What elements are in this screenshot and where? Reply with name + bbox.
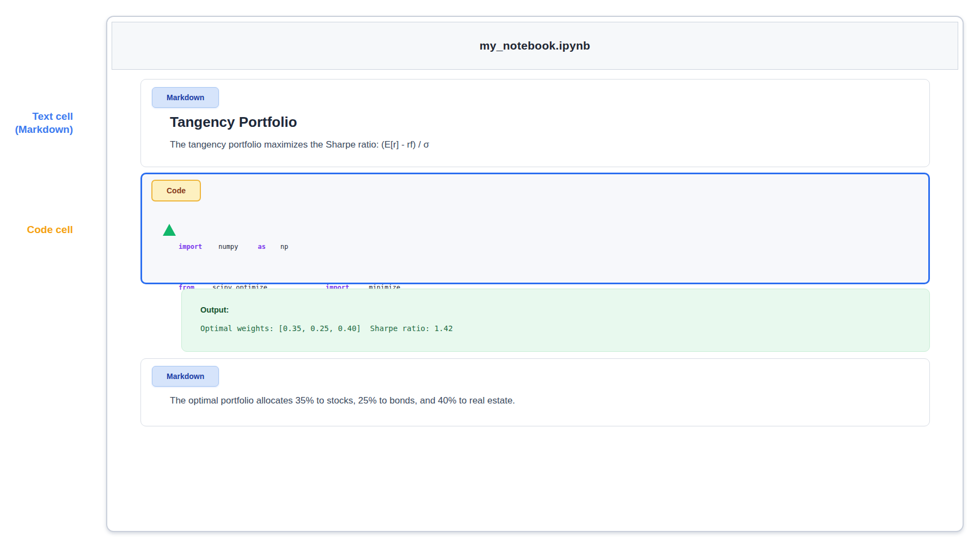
code-line-1: importnumpyasnp xyxy=(179,240,400,254)
keyword-as: as xyxy=(258,243,265,250)
markdown-paragraph: The optimal portfolio allocates 35% to s… xyxy=(170,395,515,407)
notebook-window: my_notebook.ipynb Markdown Tangency Port… xyxy=(106,16,964,532)
markdown-badge[interactable]: Markdown xyxy=(152,366,219,387)
markdown-cell-1[interactable]: Markdown Tangency Portfolio The tangency… xyxy=(140,79,930,167)
code-token: numpy xyxy=(218,243,238,250)
markdown-heading: Tangency Portfolio xyxy=(170,113,297,131)
keyword-import: import xyxy=(179,243,202,250)
notebook-title: my_notebook.ipynb xyxy=(480,39,590,52)
markdown-badge[interactable]: Markdown xyxy=(152,87,219,108)
output-label: Output: xyxy=(200,305,229,314)
markdown-cell-2[interactable]: Markdown The optimal portfolio allocates… xyxy=(140,358,930,426)
annotation-text-cell-line1: Text cell xyxy=(0,110,73,123)
annotation-text-cell: Text cell (Markdown) xyxy=(0,110,73,136)
code-cell[interactable]: Code importnumpyasnp fromscipy.optimizei… xyxy=(140,173,930,284)
notebook-title-bar: my_notebook.ipynb xyxy=(112,22,958,70)
output-text: Optimal weights: [0.35, 0.25, 0.40] Shar… xyxy=(200,324,453,333)
code-badge[interactable]: Code xyxy=(151,180,201,201)
code-token: np xyxy=(280,243,288,250)
annotation-code-cell: Code cell xyxy=(0,223,73,236)
annotation-text-cell-line2: (Markdown) xyxy=(0,123,73,136)
output-area: Output: Optimal weights: [0.35, 0.25, 0.… xyxy=(181,289,930,352)
run-icon[interactable] xyxy=(163,224,176,236)
markdown-paragraph: The tangency portfolio maximizes the Sha… xyxy=(170,139,429,151)
